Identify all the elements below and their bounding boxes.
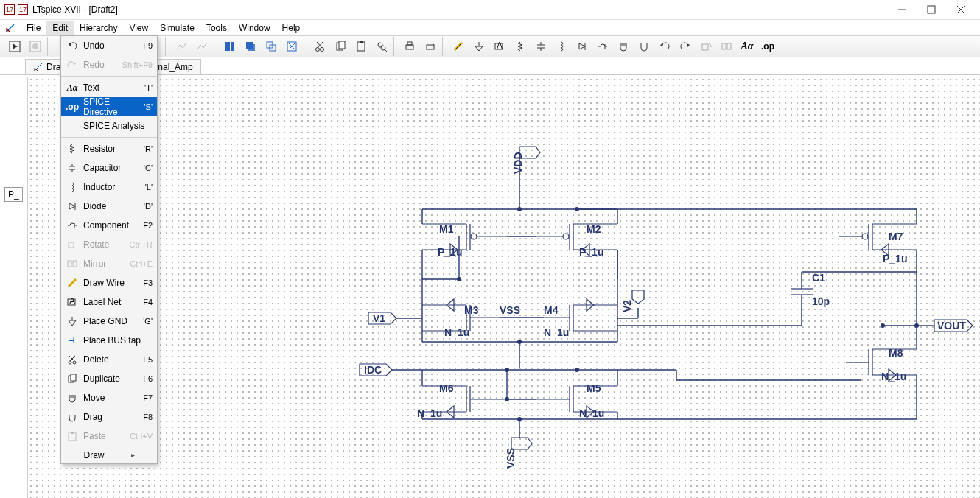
svg-rect-221	[71, 374, 76, 381]
schematic-canvas[interactable]: VDD M1 P_1u M2 P_1u VSS	[28, 77, 980, 498]
tool-move-icon[interactable]	[613, 37, 634, 56]
svg-text:A: A	[497, 41, 503, 51]
svg-text:P_1u: P_1u	[579, 246, 603, 258]
menu-component[interactable]: ComponentF2	[61, 216, 157, 235]
svg-text:N_1u: N_1u	[417, 407, 442, 419]
cap-c1[interactable]: C1 10p	[617, 272, 917, 326]
tool-wincascade-icon[interactable]	[240, 37, 261, 56]
tool-paste-icon[interactable]	[351, 37, 371, 56]
pmos-m7[interactable]: M7 P_1u	[839, 224, 917, 264]
menu-capacitor[interactable]: Capacitor'C'	[61, 158, 157, 178]
svg-rect-21	[225, 42, 230, 51]
menu-move[interactable]: MoveF7	[61, 388, 157, 407]
nmos-m8[interactable]: M8 N_1u	[846, 347, 917, 419]
svg-line-219	[69, 356, 74, 361]
tool-redo-icon[interactable]	[675, 37, 696, 56]
svg-rect-42	[407, 42, 412, 45]
menu-undo[interactable]: UndoF9	[61, 36, 157, 55]
svg-point-73	[471, 234, 477, 239]
menu-diode[interactable]: Diode'D'	[61, 197, 157, 216]
menu-label-net[interactable]: A Label NetF4	[61, 292, 157, 312]
svg-marker-54	[579, 43, 585, 49]
net-v2: V2	[617, 290, 644, 331]
menu-file[interactable]: File	[21, 21, 46, 35]
tool-capacitor-icon[interactable]	[531, 37, 551, 56]
undo-icon	[66, 39, 79, 52]
tool-resistor-icon[interactable]	[510, 37, 531, 56]
tool-wintile-icon[interactable]	[220, 37, 240, 56]
svg-text:VSS: VSS	[505, 448, 517, 469]
schematic-icon	[3, 21, 18, 35]
svg-rect-61	[727, 43, 731, 49]
nmos-m6[interactable]: M6 N_1u	[417, 370, 507, 419]
redo-icon	[66, 58, 79, 71]
tool-mirror-icon[interactable]	[716, 37, 737, 56]
nmos-m5[interactable]: M5 N_1u	[536, 370, 617, 419]
tool-ax-icon[interactable]	[171, 37, 192, 56]
tool-winclose-icon[interactable]	[281, 37, 302, 56]
maximize-button[interactable]	[917, 1, 946, 18]
svg-marker-197	[69, 43, 71, 46]
menu-tools[interactable]: Tools	[200, 21, 233, 35]
svg-text:M2: M2	[587, 223, 601, 235]
tool-drag-icon[interactable]	[634, 37, 654, 56]
menu-view[interactable]: View	[123, 21, 154, 35]
menu-inductor[interactable]: Inductor'L'	[61, 178, 157, 197]
menu-draw-wire[interactable]: Draw WireF3	[61, 273, 157, 292]
svg-text:M3: M3	[464, 304, 479, 316]
menu-window[interactable]: Window	[233, 21, 276, 35]
svg-text:V2: V2	[621, 300, 633, 312]
svg-rect-60	[722, 43, 726, 49]
svg-point-84	[563, 234, 569, 239]
tool-wincopy-icon[interactable]	[261, 37, 281, 56]
tool-find-icon[interactable]	[371, 37, 392, 56]
blank-icon	[66, 119, 79, 133]
menu-place-gnd[interactable]: Place GND'G'	[61, 312, 157, 331]
minimize-button[interactable]	[887, 1, 917, 18]
tool-op-icon[interactable]: .op	[757, 37, 778, 56]
tool-gnd-icon[interactable]	[469, 37, 489, 56]
tool-print-icon[interactable]	[399, 37, 420, 56]
svg-marker-6	[13, 43, 18, 49]
menu-drag[interactable]: DragF8	[61, 407, 157, 427]
menu-redo: RedoShift+F9	[61, 55, 157, 74]
tool-run-icon[interactable]	[4, 37, 25, 56]
nmos-m3[interactable]: M3 N_1u	[422, 299, 500, 338]
tool-inductor-icon[interactable]	[551, 37, 572, 56]
nmos-m4[interactable]: M4 N_1u	[544, 299, 617, 338]
tool-diode-icon[interactable]	[572, 37, 592, 56]
svg-point-216	[69, 361, 71, 364]
menu-text[interactable]: Aα Text'T'	[61, 78, 157, 97]
net-vdd: VDD	[512, 147, 540, 209]
tool-wire-icon[interactable]	[448, 37, 469, 56]
tool-copy-icon[interactable]	[330, 37, 351, 56]
pmos-m1[interactable]: M1 P_1u	[422, 209, 507, 305]
tool-setup-icon[interactable]	[420, 37, 441, 56]
pmos-m2[interactable]: M2 P_1u	[536, 209, 617, 305]
menu-duplicate[interactable]: DuplicateF6	[61, 369, 157, 388]
tool-text-icon[interactable]: Aα	[737, 37, 757, 56]
svg-text:M4: M4	[544, 304, 559, 316]
menu-draw-submenu[interactable]: Draw▸	[61, 446, 157, 463]
menu-hierarchy[interactable]: Hierarchy	[74, 21, 123, 35]
menu-spice-directive[interactable]: .op SPICE Directive'S'	[61, 97, 157, 116]
menu-edit[interactable]: Edit	[46, 21, 74, 35]
op-icon: .op	[66, 100, 79, 113]
tool-component-icon[interactable]	[592, 37, 613, 56]
tool-rotate-icon[interactable]	[696, 37, 716, 56]
menu-delete[interactable]: DeleteF5	[61, 350, 157, 369]
tool-ay-icon[interactable]	[192, 37, 212, 56]
close-button[interactable]	[946, 1, 976, 18]
mirror-icon	[66, 257, 79, 270]
tool-undo-icon[interactable]	[654, 37, 675, 56]
menu-resistor[interactable]: Resistor'R'	[61, 139, 157, 158]
tool-label-icon[interactable]: A	[489, 37, 510, 56]
svg-text:IDC: IDC	[364, 364, 382, 376]
tool-cut-icon[interactable]	[309, 37, 330, 56]
menu-spice-analysis[interactable]: SPICE Analysis	[61, 116, 157, 136]
menu-help[interactable]: Help	[276, 21, 307, 35]
menu-simulate[interactable]: Simulate	[154, 21, 200, 35]
net-vout: VOUT	[917, 320, 973, 332]
menu-place-bus[interactable]: Place BUS tap	[61, 331, 157, 350]
tool-stop-icon[interactable]	[25, 37, 46, 56]
